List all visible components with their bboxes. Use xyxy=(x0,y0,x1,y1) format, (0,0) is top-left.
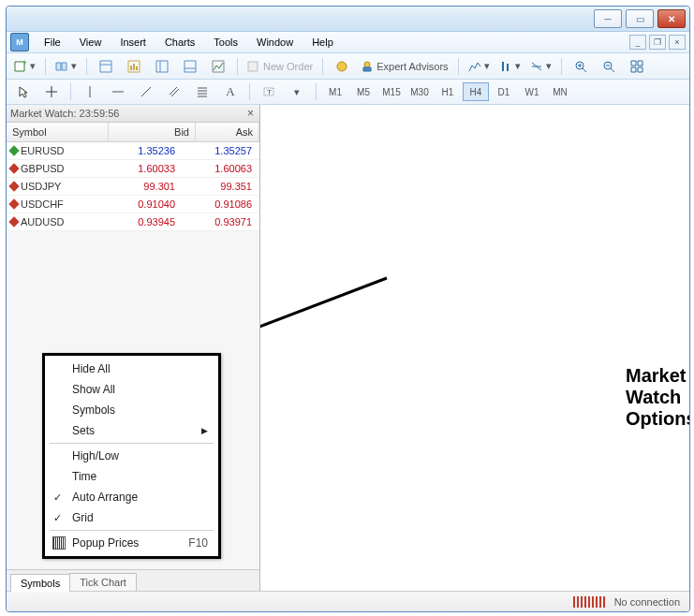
submenu-arrow-icon: ▶ xyxy=(201,426,208,435)
column-symbol[interactable]: Symbol xyxy=(7,123,109,141)
timeframe-m5[interactable]: M5 xyxy=(350,82,377,101)
chart-area[interactable]: Market Watch Options xyxy=(260,105,689,591)
svg-point-17 xyxy=(364,62,370,67)
close-button[interactable]: ✕ xyxy=(657,9,686,28)
menu-tools[interactable]: Tools xyxy=(204,34,247,51)
fibonacci-tool[interactable] xyxy=(189,81,215,102)
svg-line-36 xyxy=(141,87,151,96)
svg-text:+: + xyxy=(22,60,27,67)
market-watch-row[interactable]: USDCHF0.910400.91086 xyxy=(7,196,259,213)
new-order-button[interactable]: New Order xyxy=(244,56,317,77)
ctx-symbols[interactable]: Symbols xyxy=(46,400,217,420)
toolbar-main: +▾ ▾ New Order Expert Advisors ▾ ▾ ▾ xyxy=(7,53,689,80)
menu-file[interactable]: File xyxy=(35,34,70,51)
symbol-name: EURUSD xyxy=(21,145,64,156)
svg-rect-7 xyxy=(130,66,132,70)
menu-insert[interactable]: Insert xyxy=(111,34,155,51)
ask-value: 0.93971 xyxy=(181,216,259,227)
symbol-name: GBPUSD xyxy=(21,163,64,174)
ctx-time[interactable]: Time xyxy=(46,466,217,487)
text-tool[interactable]: A xyxy=(217,81,244,102)
status-bar: No connection xyxy=(7,591,689,611)
bid-value: 1.60033 xyxy=(100,163,181,174)
minimize-button[interactable]: ─ xyxy=(594,9,622,28)
ctx-auto-arrange[interactable]: ✓Auto Arrange xyxy=(46,487,217,507)
timeframe-m30[interactable]: M30 xyxy=(406,82,433,101)
column-bid[interactable]: Bid xyxy=(109,123,196,141)
svg-rect-9 xyxy=(136,66,138,70)
ctx-grid[interactable]: ✓Grid xyxy=(46,507,217,528)
mdi-restore-button[interactable]: ❐ xyxy=(649,35,666,50)
zoom-out-button[interactable] xyxy=(596,56,622,77)
navigator-toggle[interactable] xyxy=(149,56,175,77)
market-watch-row[interactable]: USDJPY99.30199.351 xyxy=(7,178,259,196)
ctx-show-all[interactable]: Show All xyxy=(46,379,217,400)
mdi-minimize-button[interactable]: _ xyxy=(629,35,646,50)
metaquotes-button[interactable] xyxy=(329,56,355,77)
strategy-tester-toggle[interactable] xyxy=(205,56,231,77)
direction-icon xyxy=(8,198,19,209)
tile-windows-button[interactable] xyxy=(624,56,650,77)
data-window-toggle[interactable] xyxy=(121,56,147,77)
timeframe-m15[interactable]: M15 xyxy=(378,82,405,101)
menu-help[interactable]: Help xyxy=(303,34,343,51)
vertical-line-tool[interactable] xyxy=(77,81,103,102)
svg-line-26 xyxy=(611,68,614,72)
terminal-toggle[interactable] xyxy=(177,56,203,77)
indicators-button[interactable]: ▾ xyxy=(465,56,494,77)
ctx-hide-all[interactable]: Hide All xyxy=(46,359,217,379)
svg-rect-28 xyxy=(631,61,636,66)
ctx-popup-prices[interactable]: Popup PricesF10 xyxy=(46,533,217,553)
app-icon: M xyxy=(10,33,29,51)
timeframe-h1[interactable]: H1 xyxy=(435,82,461,101)
bid-value: 1.35236 xyxy=(100,145,181,156)
svg-line-22 xyxy=(583,68,586,72)
tab-symbols[interactable]: Symbols xyxy=(10,574,70,592)
ask-value: 99.351 xyxy=(181,181,259,192)
svg-text:T: T xyxy=(267,88,272,96)
templates-button[interactable]: ▾ xyxy=(526,56,555,77)
mdi-close-button[interactable]: × xyxy=(669,35,686,50)
market-watch-row[interactable]: GBPUSD1.600331.60063 xyxy=(7,160,259,178)
new-chart-button[interactable]: +▾ xyxy=(10,56,39,77)
toolbar-drawing: A T ▾ M1 M5 M15 M30 H1 H4 D1 W1 MN xyxy=(7,80,689,105)
column-ask[interactable]: Ask xyxy=(196,123,259,141)
zoom-in-button[interactable] xyxy=(568,56,594,77)
svg-line-37 xyxy=(170,87,177,95)
market-watch-row[interactable]: EURUSD1.352361.35257 xyxy=(7,142,259,160)
horizontal-line-tool[interactable] xyxy=(105,81,131,102)
profiles-button[interactable]: ▾ xyxy=(52,56,81,77)
market-watch-close-icon[interactable]: × xyxy=(245,107,256,120)
menu-view[interactable]: View xyxy=(70,34,111,51)
symbol-name: USDCHF xyxy=(21,198,64,210)
menu-charts[interactable]: Charts xyxy=(155,34,204,51)
direction-icon xyxy=(8,216,19,227)
ctx-high-low[interactable]: High/Low xyxy=(46,446,217,466)
timeframe-w1[interactable]: W1 xyxy=(519,82,545,101)
expert-advisors-button[interactable]: Expert Advisors xyxy=(357,56,451,77)
tab-tick-chart[interactable]: Tick Chart xyxy=(69,573,137,591)
channel-tool[interactable] xyxy=(161,81,187,102)
bid-value: 0.91040 xyxy=(100,198,181,210)
market-watch-rows: EURUSD1.352361.35257GBPUSD1.600331.60063… xyxy=(7,142,259,231)
market-watch-row[interactable]: AUDUSD0.939450.93971 xyxy=(7,213,259,231)
cursor-tool[interactable] xyxy=(10,81,37,102)
periodicity-button[interactable]: ▾ xyxy=(495,56,524,77)
menu-window[interactable]: Window xyxy=(247,34,303,51)
trendline-tool[interactable] xyxy=(133,81,159,102)
maximize-button[interactable]: ▭ xyxy=(626,9,654,28)
text-label-tool[interactable]: T xyxy=(256,81,282,102)
ask-value: 1.60063 xyxy=(181,163,259,174)
arrows-tool[interactable]: ▾ xyxy=(284,81,310,102)
crosshair-tool[interactable] xyxy=(38,81,65,102)
svg-rect-31 xyxy=(638,67,642,72)
ctx-sets[interactable]: Sets▶ xyxy=(46,420,217,441)
svg-rect-4 xyxy=(100,61,111,72)
svg-line-38 xyxy=(171,89,179,96)
timeframe-mn[interactable]: MN xyxy=(547,82,573,101)
timeframe-d1[interactable]: D1 xyxy=(491,82,517,101)
timeframe-h4[interactable]: H4 xyxy=(463,82,489,101)
bid-value: 99.301 xyxy=(100,181,181,192)
timeframe-m1[interactable]: M1 xyxy=(322,82,348,101)
market-watch-toggle[interactable] xyxy=(93,56,119,77)
